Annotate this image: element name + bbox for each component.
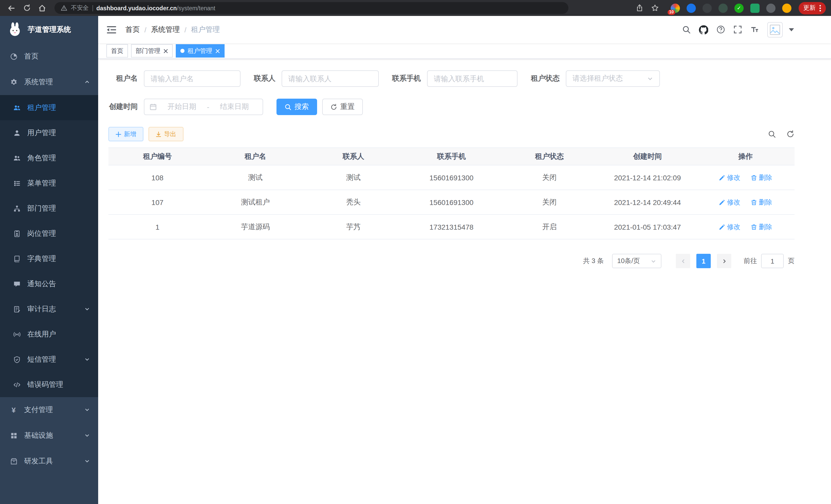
help-icon[interactable] [716, 25, 725, 34]
sidebar-item-dept[interactable]: 部门管理 [0, 196, 98, 221]
extension-icon[interactable] [766, 3, 775, 12]
log-file-icon [13, 305, 21, 313]
browser-update-button[interactable]: 更新 [799, 2, 826, 14]
sidebar-item-pay[interactable]: ¥ 支付管理 [0, 397, 98, 423]
add-button[interactable]: 新增 [109, 127, 143, 141]
filter-status: 租户状态 请选择租户状态 [531, 70, 660, 87]
sidebar-item-online[interactable]: 在线用户 [0, 322, 98, 347]
dict-book-icon [13, 255, 21, 262]
omnibox-divider [92, 5, 93, 11]
sidebar-item-menu[interactable]: 菜单管理 [0, 171, 98, 196]
home-icon[interactable] [36, 2, 48, 14]
phone-input[interactable] [434, 75, 511, 83]
extension-icon[interactable] [718, 3, 728, 12]
sidebar-item-notice[interactable]: 通知公告 [0, 271, 98, 296]
browser-more-icon[interactable] [819, 4, 821, 11]
delete-link[interactable]: 删除 [751, 198, 772, 207]
goto-page-input[interactable] [761, 254, 784, 268]
sidebar-item-system[interactable]: 系统管理 [0, 69, 98, 95]
user-icon [13, 129, 21, 137]
sidebar-item-dict[interactable]: 字典管理 [0, 246, 98, 271]
table-toolbar: 新增 导出 [109, 127, 795, 141]
main-area: 首页 / 系统管理 / 租户管理 [98, 16, 831, 504]
close-icon[interactable] [164, 49, 168, 53]
reload-icon[interactable] [21, 2, 33, 14]
prev-page-button[interactable] [676, 254, 690, 268]
page-number-button[interactable]: 1 [696, 254, 711, 268]
tenant-name-label: 租户名 [109, 74, 138, 83]
edit-link[interactable]: 修改 [719, 173, 740, 182]
fullscreen-icon[interactable] [733, 25, 742, 34]
edit-link[interactable]: 修改 [719, 198, 740, 207]
extension-icon[interactable] [687, 3, 696, 12]
sidebar-item-sms[interactable]: 短信管理 [0, 347, 98, 372]
export-button[interactable]: 导出 [148, 127, 183, 141]
download-icon [156, 131, 161, 137]
sidebar-item-auditlog[interactable]: 审计日志 [0, 296, 98, 322]
phone-input-wrap [427, 70, 517, 87]
logo-image [7, 22, 23, 37]
start-date-input[interactable]: 开始日期 [159, 102, 205, 112]
sidebar-item-post[interactable]: 岗位管理 [0, 221, 98, 246]
sidebar-item-home[interactable]: 首页 [0, 44, 98, 69]
tab-tenant[interactable]: 租户管理 [176, 44, 225, 58]
navbar-actions [682, 22, 794, 37]
status-placeholder: 请选择租户状态 [573, 74, 623, 83]
extension-icon[interactable] [750, 3, 760, 12]
delete-link[interactable]: 删除 [751, 222, 772, 232]
dept-tree-icon [13, 205, 21, 212]
back-icon[interactable] [5, 2, 18, 14]
page-size-select[interactable]: 10条/页 [612, 254, 661, 268]
menu-fold-icon[interactable] [106, 25, 117, 34]
breadcrumb: 首页 / 系统管理 / 租户管理 [125, 25, 220, 34]
sidebar-item-tools[interactable]: 研发工具 [0, 448, 98, 474]
status-select[interactable]: 请选择租户状态 [566, 70, 660, 87]
extension-icon[interactable]: ✓ [735, 3, 744, 12]
sidebar-item-role[interactable]: 角色管理 [0, 145, 98, 171]
end-date-input[interactable]: 结束日期 [211, 102, 257, 112]
filter-row-1: 租户名 联系人 联系手机 [109, 70, 795, 87]
share-icon[interactable] [633, 2, 646, 14]
app-title: 芋道管理系统 [28, 25, 71, 34]
sidebar-item-user[interactable]: 用户管理 [0, 120, 98, 145]
goto-page: 前往 页 [744, 254, 795, 268]
sidebar-item-tenant[interactable]: 租户管理 [0, 95, 98, 120]
update-label: 更新 [803, 4, 815, 12]
avatar[interactable] [767, 22, 783, 37]
col-tenant-name: 租户名 [206, 148, 304, 165]
table-header-row: 租户编号 租户名 联系人 联系手机 租户状态 创建时间 操作 [109, 148, 795, 165]
extension-icon[interactable]: 10 [671, 3, 680, 12]
search-toggle-icon[interactable] [768, 130, 776, 138]
delete-link[interactable]: 删除 [751, 173, 772, 182]
refresh-icon[interactable] [786, 130, 795, 138]
breadcrumb-home[interactable]: 首页 [125, 25, 140, 34]
close-icon[interactable] [215, 49, 220, 53]
extension-icon[interactable] [703, 3, 712, 12]
sidebar-item-errorcode[interactable]: 错误码管理 [0, 372, 98, 397]
notice-message-icon [13, 280, 21, 288]
caret-down-icon[interactable] [789, 28, 794, 31]
star-icon[interactable] [649, 2, 661, 14]
breadcrumb-system[interactable]: 系统管理 [151, 25, 180, 34]
security-label: 不安全 [71, 4, 89, 12]
filter-tenant-name: 租户名 [109, 70, 240, 87]
font-size-icon[interactable] [750, 25, 759, 34]
search-icon[interactable] [682, 25, 691, 34]
url-text: dashboard.yudao.iocoder.cn/system/tenant [96, 5, 215, 11]
date-range-picker[interactable]: 开始日期 - 结束日期 [144, 99, 263, 115]
tenant-name-input[interactable] [150, 75, 234, 83]
tab-home[interactable]: 首页 [106, 44, 128, 58]
reset-button[interactable]: 重置 [322, 99, 363, 115]
edit-link[interactable]: 修改 [719, 222, 740, 232]
chevron-down-icon [84, 457, 90, 466]
sidebar-item-infra[interactable]: 基础设施 [0, 423, 98, 448]
extension-icon[interactable] [782, 3, 792, 12]
contact-input[interactable] [288, 75, 372, 83]
github-icon[interactable] [699, 25, 708, 34]
calendar-icon [149, 103, 157, 111]
col-tenant-id: 租户编号 [109, 148, 206, 165]
tab-dept[interactable]: 部门管理 [131, 44, 173, 58]
search-button[interactable]: 搜索 [277, 99, 317, 115]
next-page-button[interactable] [717, 254, 731, 268]
address-bar[interactable]: 不安全 dashboard.yudao.iocoder.cn/system/te… [55, 2, 568, 14]
